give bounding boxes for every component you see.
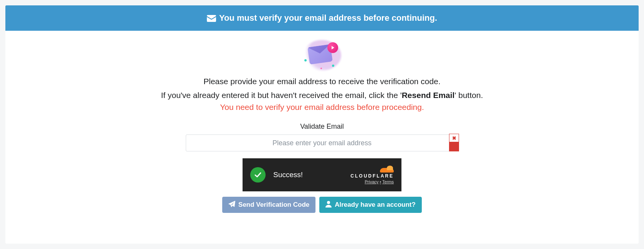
email-input[interactable] bbox=[186, 134, 458, 151]
warning-text: You need to verify your email address be… bbox=[17, 103, 627, 112]
send-verification-button[interactable]: Send Verification Code bbox=[222, 197, 315, 213]
content-area: Please provide your email address to rec… bbox=[5, 31, 639, 244]
cloudflare-icon bbox=[380, 166, 394, 173]
banner-text: You must verify your email address befor… bbox=[219, 13, 437, 23]
email-illustration bbox=[17, 40, 627, 71]
email-input-wrap: ✖ bbox=[186, 134, 458, 151]
email-field-label: Validate Email bbox=[17, 123, 627, 131]
captcha-provider: CLOUDFLARE Privacy • Terms bbox=[350, 166, 394, 184]
captcha-links: Privacy • Terms bbox=[365, 179, 394, 184]
svg-point-0 bbox=[327, 201, 330, 204]
captcha-link-sep: • bbox=[380, 179, 381, 184]
action-buttons: Send Verification Code Already have an a… bbox=[17, 197, 627, 213]
captcha-widget: Success! CLOUDFLARE Privacy • Terms bbox=[243, 158, 401, 191]
verify-email-card: You must verify your email address befor… bbox=[5, 5, 639, 244]
cloudflare-word: CLOUDFLARE bbox=[350, 173, 394, 179]
paper-plane-icon bbox=[228, 201, 235, 209]
captcha-terms-link[interactable]: Terms bbox=[382, 179, 394, 184]
envelope-icon bbox=[207, 13, 216, 23]
captcha-privacy-link[interactable]: Privacy bbox=[365, 179, 378, 184]
captcha-status: Success! bbox=[273, 171, 350, 179]
instruction-line-2: If you've already entered it but haven't… bbox=[17, 88, 627, 102]
send-button-label: Send Verification Code bbox=[238, 201, 309, 209]
verify-banner: You must verify your email address befor… bbox=[5, 5, 639, 31]
existing-account-label: Already have an account? bbox=[335, 201, 416, 209]
already-have-account-button[interactable]: Already have an account? bbox=[319, 197, 422, 213]
input-error-indicator: ✖ bbox=[449, 134, 459, 151]
close-icon: ✖ bbox=[449, 134, 459, 142]
instruction-line-1: Please provide your email address to rec… bbox=[17, 75, 627, 88]
user-icon bbox=[325, 201, 332, 209]
instruction-line-2-pre: If you've already entered it but haven't… bbox=[161, 91, 401, 100]
check-circle-icon bbox=[250, 167, 266, 183]
instruction-line-2-post: ' button. bbox=[454, 91, 483, 100]
resend-email-strong: Resend Email bbox=[402, 91, 455, 100]
